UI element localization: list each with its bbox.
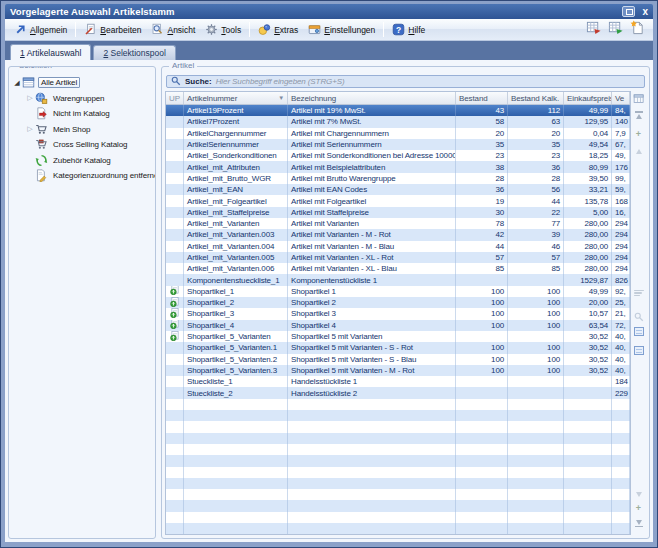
column-header-ep[interactable]: Einkaufspreis	[564, 92, 612, 104]
empty-table-row[interactable]	[166, 433, 630, 444]
cell-bez: Shopartikel 5 mit Varianten - S - Rot	[288, 342, 456, 353]
table-row[interactable]: Shopartikel_3Shopartikel 310010010,5721,	[166, 308, 630, 319]
menu-item-extras[interactable]: Extras	[253, 21, 303, 38]
table-row[interactable]: ArtikelChargennummerArtikel mit Chargenn…	[166, 128, 630, 139]
table-row[interactable]: Artikel_mit_FolgeartikelArtikel mit Folg…	[166, 195, 630, 206]
cell-bez	[288, 512, 456, 523]
cell-up	[166, 399, 184, 410]
cell-b	[456, 455, 508, 466]
column-header-vp[interactable]: Ve	[612, 92, 630, 104]
cell-bk	[508, 500, 564, 511]
panel-icon-3[interactable]	[631, 327, 646, 336]
scroll-down-icon[interactable]	[631, 492, 646, 497]
column-chooser-icon[interactable]	[631, 91, 646, 109]
close-icon[interactable]: x	[642, 6, 648, 17]
table-row[interactable]: Shopartikel_5_Varianten.2Shopartikel 5 m…	[166, 354, 630, 365]
column-header-nr[interactable]: Artikelnummer▼	[184, 92, 288, 104]
table-row[interactable]: Shopartikel_5_Varianten.3Shopartikel 5 m…	[166, 365, 630, 376]
cell-ep: 80,99	[564, 161, 612, 172]
table-row[interactable]: Artikel_mit_Varianten.006Artikel mit Var…	[166, 263, 630, 274]
table-row[interactable]: Shopartikel_1Shopartikel 110010049,9992,	[166, 286, 630, 297]
extras-icon	[258, 23, 271, 36]
scroll-top-icon[interactable]	[631, 111, 646, 119]
menu-item-hilfe[interactable]: ?Hilfe	[387, 21, 430, 38]
empty-table-row[interactable]	[166, 512, 630, 523]
cell-ep: 30,52	[564, 365, 612, 376]
table-row[interactable]: Stueckliste_1Handelsstückliste 1184	[166, 376, 630, 387]
empty-table-row[interactable]	[166, 500, 630, 511]
empty-table-row[interactable]	[166, 489, 630, 500]
cell-bez: Artikel mit Sonderkonditionen bei Adress…	[288, 150, 456, 161]
table-row[interactable]: Artikel_mit_Varianten.003Artikel mit Var…	[166, 229, 630, 240]
new-document-icon[interactable]	[630, 20, 645, 39]
tree-item-zubeh-r-katalog[interactable]: Zubehör Katalog	[9, 153, 155, 169]
tab-1-artikelauswahl[interactable]: 1 Artikelauswahl	[10, 44, 91, 60]
menu-item-ansicht[interactable]: Ansicht	[146, 21, 200, 38]
empty-table-row[interactable]	[166, 421, 630, 432]
table-row[interactable]: Artikel_mit_AttributenArtikel mit Beispi…	[166, 161, 630, 172]
cell-bez	[288, 399, 456, 410]
table-row[interactable]: Artikel7ProzentArtikel mit 7% MwSt.58631…	[166, 116, 630, 127]
cell-bk	[508, 376, 564, 387]
search-small-icon[interactable]	[631, 308, 646, 326]
cell-b	[456, 387, 508, 398]
table-row[interactable]: Shopartikel_5_Varianten.1Shopartikel 5 m…	[166, 342, 630, 353]
table-row[interactable]: Artikel_SonderkonditionenArtikel mit Son…	[166, 150, 630, 161]
table-row[interactable]: Stueckliste_2Handelsstückliste 2229	[166, 387, 630, 398]
expander-closed-icon[interactable]: ▷	[25, 94, 35, 102]
table-row[interactable]: Komponentenstueckliste_1Komponentenstück…	[166, 274, 630, 285]
scroll-bottom-icon[interactable]	[631, 520, 646, 528]
scroll-up-icon[interactable]	[631, 149, 646, 154]
column-header-b[interactable]: Bestand	[456, 92, 508, 104]
tree-item-kategorienzuordnung-entfernen[interactable]: Kategorienzuordnung entfernen	[9, 168, 155, 184]
cell-ep: 280,00	[564, 241, 612, 252]
scroll-plus-icon[interactable]: +	[631, 504, 646, 512]
search-input[interactable]: Suche: Hier Suchbegriff eingeben (STRG+S…	[166, 75, 645, 88]
cell-ep: 129,95	[564, 116, 612, 127]
column-header-bez[interactable]: Bezeichnung	[288, 92, 456, 104]
column-header-bk[interactable]: Bestand Kalk.	[508, 92, 564, 104]
tree-item-nicht-im-katalog[interactable]: Nicht im Katalog	[9, 106, 155, 122]
table-row[interactable]: ArtikelSeriennummerArtikel mit Seriennum…	[166, 139, 630, 150]
filter-lines-icon[interactable]	[631, 289, 646, 297]
tab-2-selektionspool[interactable]: 2 Selektionspool	[93, 45, 175, 60]
expander-open-icon[interactable]: ◢	[12, 79, 22, 87]
empty-table-row[interactable]	[166, 478, 630, 489]
empty-table-row[interactable]	[166, 399, 630, 410]
cell-b	[456, 433, 508, 444]
menu-item-einstellungen[interactable]: Einstellungen	[303, 21, 380, 38]
table-row[interactable]: Artikel_mit_EANArtikel mit EAN Codes3656…	[166, 184, 630, 195]
menu-item-tools[interactable]: Tools	[200, 21, 246, 38]
restore-icon[interactable]	[622, 6, 635, 17]
table-row[interactable]: Artikel_mit_StaffelpreiseArtikel mit Sta…	[166, 207, 630, 218]
cell-bez: Artikel mit Brutto Warengruppe	[288, 173, 456, 184]
table-row[interactable]: Shopartikel_5_VariantenShopartikel 5 mit…	[166, 331, 630, 342]
table-row[interactable]: Artikel_mit_Brutto_WGRArtikel mit Brutto…	[166, 173, 630, 184]
tree-item-label: Warengruppen	[51, 94, 106, 103]
table-red-icon[interactable]	[586, 20, 601, 39]
menu-item-bearbeiten[interactable]: Bearbeiten	[79, 21, 146, 38]
table-row[interactable]: Artikel_mit_Varianten.004Artikel mit Var…	[166, 241, 630, 252]
expander-closed-icon[interactable]: ▷	[25, 125, 35, 133]
empty-table-row[interactable]	[166, 523, 630, 534]
tree-item-warengruppen[interactable]: ▷Warengruppen	[9, 91, 155, 107]
table-row[interactable]: Artikel_mit_Varianten.005Artikel mit Var…	[166, 252, 630, 263]
tree-item-alle-artikel[interactable]: ◢Alle Artikel	[9, 75, 155, 91]
empty-table-row[interactable]	[166, 467, 630, 478]
table-row[interactable]: Artikel19ProzentArtikel mit 19% MwSt.431…	[166, 105, 630, 116]
empty-table-row[interactable]	[166, 455, 630, 466]
cell-bk: 63	[508, 116, 564, 127]
empty-table-row[interactable]	[166, 444, 630, 455]
menu-item-allgemein[interactable]: Allgemein	[9, 21, 72, 38]
table-row[interactable]: Artikel_mit_VariantenArtikel mit Variant…	[166, 218, 630, 229]
cell-nr	[184, 478, 288, 489]
tree-item-mein-shop[interactable]: ▷Mein Shop	[9, 122, 155, 138]
tree-item-cross-selling-katalog[interactable]: Cross Selling Katalog	[9, 137, 155, 153]
table-green-icon[interactable]	[608, 20, 623, 39]
scroll-plus-icon[interactable]: +	[631, 130, 646, 138]
panel-icon-4[interactable]	[631, 346, 646, 355]
empty-table-row[interactable]	[166, 410, 630, 421]
column-header-up[interactable]: UP	[166, 92, 184, 104]
table-row[interactable]: Shopartikel_4Shopartikel 410010063,5472,	[166, 320, 630, 331]
table-row[interactable]: Shopartikel_2Shopartikel 210010020,0025,	[166, 297, 630, 308]
